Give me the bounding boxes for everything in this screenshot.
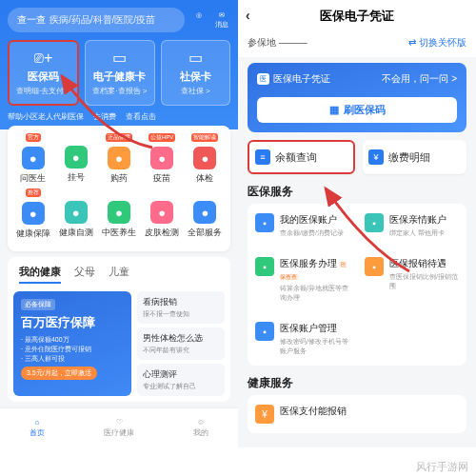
watermark: 风行手游网	[416, 460, 468, 474]
quick-item[interactable]: ●全部服务	[184, 190, 227, 240]
quick-item[interactable]: 智能解读●体检	[184, 135, 227, 185]
side-card[interactable]: 男性体检怎么选不同年龄有讲究	[137, 327, 225, 360]
card-icon: ▭	[89, 49, 149, 67]
insured-label: 参保地	[248, 37, 276, 48]
service-item[interactable]: ▪医保亲情账户绑定家人 帮他用卡	[357, 204, 466, 248]
service-item[interactable]: ▪医保服务办理医保查查铸算余额/异地就医等查询办理	[248, 248, 357, 312]
nav-home[interactable]: ⌂首页	[30, 418, 45, 438]
tab-children[interactable]: 儿童	[109, 265, 129, 284]
card-icon: ▭	[166, 49, 226, 67]
social-card[interactable]: ▭ 社保卡 查社保 >	[161, 40, 230, 106]
balance-query-button[interactable]: ≡ 余额查询	[248, 140, 355, 174]
quick-item[interactable]: 推荐●健康保障	[11, 190, 54, 240]
tab-my-health[interactable]: 我的健康	[19, 265, 61, 284]
promo-card[interactable]: 必备保障 百万医疗保障 · 最高保额400万 · 意外住院医疗费可报销 · 三高…	[13, 291, 131, 396]
messages-icon[interactable]: ✉消息	[213, 11, 230, 29]
service-icon: ▪	[255, 322, 274, 341]
service-item[interactable]: ▪医保报销待遇查医保报销比例/报销范围	[357, 248, 466, 312]
list-icon: ≡	[255, 149, 270, 165]
qr-icon: ⎚+	[13, 50, 73, 67]
service-icon: ▪	[365, 257, 384, 276]
money-icon: ¥	[368, 149, 384, 165]
search-input[interactable]: 查一查 疾病/药品/科普/医院/疫苗	[8, 8, 185, 32]
switch-mode-link[interactable]: ⇄ 切换关怀版	[408, 36, 466, 50]
camera-icon[interactable]: ◎	[190, 11, 208, 29]
help-link[interactable]: 不会用，问一问 >	[382, 72, 457, 86]
quick-item[interactable]: 官方●问医生	[11, 135, 54, 185]
bottom-nav: ⌂首页 ♡医疗健康 ☺我的	[0, 407, 238, 447]
service-icon: ▪	[255, 257, 274, 276]
back-icon[interactable]: ‹	[246, 8, 250, 23]
service-item[interactable]: ▪医保账户管理修改密码/修改手机号等账户服务	[248, 312, 357, 366]
health-tabs: 我的健康 父母 儿童	[8, 257, 230, 286]
badge-icon: 医	[257, 73, 269, 85]
quick-item[interactable]: ●健康自测	[54, 190, 97, 240]
qr-icon: ▦	[329, 104, 339, 116]
service-item[interactable]: ¥ 医保支付能报销	[248, 395, 357, 433]
section-title: 健康服务	[248, 375, 466, 391]
side-card[interactable]: 看病报销报不报一查便知	[137, 291, 225, 324]
insurance-card: 医医保电子凭证 不会用，问一问 > ▦刷医保码	[248, 63, 466, 132]
banner-text: 帮助小区老人代刷医保去消费查看点击	[8, 111, 230, 122]
nav-health[interactable]: ♡医疗健康	[104, 418, 134, 438]
show-qr-button[interactable]: ▦刷医保码	[257, 97, 457, 123]
tab-parents[interactable]: 父母	[74, 265, 95, 284]
nav-mine[interactable]: ☺我的	[193, 418, 208, 438]
activate-button[interactable]: 3.5元/月起，立即激活	[21, 367, 97, 380]
service-icon: ¥	[255, 405, 274, 424]
medical-code-card[interactable]: ⎚+ 医保码 查明细·去支付 >	[8, 40, 79, 106]
quick-services: 官方●问医生●挂号正品保障●购药公益HPV●疫苗智能解读●体检 推荐●健康保障●…	[8, 126, 230, 251]
side-card[interactable]: 心理测评专业测试了解自己	[137, 364, 225, 396]
service-item[interactable]: ▪我的医保账户查余额/缴费/消费记录	[248, 204, 357, 248]
quick-item[interactable]: ●挂号	[54, 135, 97, 185]
page-title: ‹ 医保电子凭证	[238, 0, 476, 32]
service-icon: ▪	[365, 213, 384, 232]
search-placeholder: 疾病/药品/科普/医院/疫苗	[50, 13, 155, 27]
service-icon: ▪	[255, 213, 274, 232]
quick-item[interactable]: 正品保障●购药	[97, 135, 140, 185]
health-card[interactable]: ▭ 电子健康卡 查档案·查报告 >	[85, 40, 154, 106]
quick-item[interactable]: 公益HPV●疫苗	[141, 135, 184, 185]
quick-item[interactable]: ●皮肤检测	[141, 190, 184, 240]
payment-detail-button[interactable]: ¥ 缴费明细	[363, 140, 466, 174]
quick-item[interactable]: ●中医养生	[97, 190, 140, 240]
section-title: 医保服务	[248, 184, 466, 200]
